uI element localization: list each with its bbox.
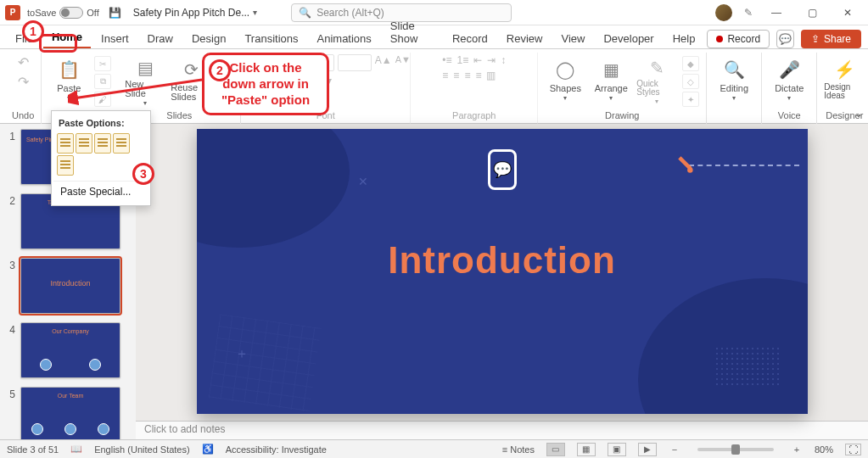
- slide-counter[interactable]: Slide 3 of 51: [7, 444, 59, 455]
- columns-icon[interactable]: ▥: [486, 70, 496, 81]
- group-drawing: ◯ Shapes ▾ ▦ Arrange ▾ ✎ Quick Styles ▾ …: [538, 53, 707, 124]
- align-right-icon[interactable]: ≡: [464, 70, 470, 81]
- quick-styles-icon: ✎: [645, 58, 669, 78]
- chevron-down-icon[interactable]: ▾: [655, 98, 658, 105]
- paste-option-keep-text-only[interactable]: [113, 133, 130, 154]
- slide-thumbnail-3[interactable]: Introduction: [20, 258, 120, 314]
- align-center-icon[interactable]: ≡: [453, 70, 459, 81]
- zoom-in-button[interactable]: +: [791, 444, 803, 455]
- toggle-icon[interactable]: [59, 7, 83, 19]
- document-title[interactable]: Safety Pin App Pitch De...: [133, 7, 249, 19]
- search-placeholder: Search (Alt+Q): [316, 7, 384, 19]
- user-avatar[interactable]: [715, 4, 732, 21]
- thumb-number: 4: [7, 322, 15, 336]
- notes-toggle[interactable]: ≡ Notes: [502, 444, 535, 455]
- language-label[interactable]: English (United States): [94, 444, 190, 455]
- editing-button[interactable]: 🔍 Editing ▾: [714, 54, 754, 105]
- comments-button[interactable]: 💬: [776, 30, 794, 48]
- tab-help[interactable]: Help: [664, 29, 704, 48]
- save-icon[interactable]: 💾: [108, 5, 123, 20]
- sorter-view-button[interactable]: ▦: [577, 443, 596, 456]
- quick-styles-button[interactable]: ✎ Quick Styles ▾: [636, 54, 677, 105]
- tab-review[interactable]: Review: [498, 29, 552, 48]
- collapse-ribbon-icon[interactable]: ⌄: [854, 108, 863, 120]
- shape-effects-icon[interactable]: ✦: [682, 92, 699, 107]
- zoom-percent[interactable]: 80%: [815, 444, 833, 455]
- tab-animations[interactable]: Animations: [309, 29, 380, 48]
- group-voice: 🎤 Dictate ▾ Voice: [762, 53, 817, 124]
- cut-icon[interactable]: ✂: [94, 56, 111, 71]
- normal-view-button[interactable]: ▭: [546, 443, 565, 456]
- slide-thumbnail-4[interactable]: Our Company: [20, 322, 120, 378]
- group-label-editing: [733, 110, 736, 124]
- chevron-down-icon[interactable]: ▾: [732, 95, 736, 102]
- paste-option-keep-source-formatting[interactable]: [76, 133, 92, 154]
- undo-icon[interactable]: ↶: [18, 54, 29, 70]
- shape-fill-icon[interactable]: ◆: [682, 56, 699, 71]
- design-ideas-button[interactable]: ⚡ Design Ideas: [824, 54, 865, 105]
- share-button[interactable]: ⇪Share: [801, 30, 861, 48]
- spellcheck-icon[interactable]: 📖: [70, 444, 82, 455]
- shape-outline-icon[interactable]: ◇: [682, 74, 699, 89]
- thumb-number: 2: [7, 193, 15, 207]
- close-button[interactable]: ✕: [836, 3, 860, 23]
- tab-developer[interactable]: Developer: [595, 29, 662, 48]
- align-left-icon[interactable]: ≡: [442, 70, 448, 81]
- numbering-icon[interactable]: 1≡: [457, 54, 469, 66]
- chevron-down-icon[interactable]: ▾: [253, 8, 257, 17]
- notes-pane[interactable]: Click to add notes: [136, 421, 868, 439]
- maximize-button[interactable]: ▢: [800, 3, 824, 23]
- pen-icon[interactable]: ✎: [744, 7, 753, 19]
- chevron-down-icon[interactable]: ▾: [787, 95, 791, 102]
- annotation-highlight-home-tab: [39, 34, 77, 53]
- annotation-step-3: 3: [132, 163, 154, 185]
- status-bar: Slide 3 of 51 📖 English (United States) …: [0, 439, 868, 458]
- line-spacing-icon[interactable]: ↕: [501, 54, 506, 66]
- annotation-step-1: 1: [22, 20, 44, 42]
- tab-slideshow[interactable]: Slide Show: [382, 16, 442, 48]
- increase-font-icon[interactable]: A▲: [375, 54, 392, 71]
- arrange-label: Arrange: [595, 83, 628, 93]
- indent-left-icon[interactable]: ⇤: [473, 54, 482, 66]
- slide-thumbnail-5[interactable]: Our Team: [20, 387, 120, 439]
- tab-record[interactable]: Record: [444, 29, 496, 48]
- tab-insert[interactable]: Insert: [92, 29, 137, 48]
- slide-canvas[interactable]: 💬 ✕ ＋ Introduction: [197, 129, 808, 414]
- tab-design[interactable]: Design: [183, 29, 234, 48]
- chevron-down-icon[interactable]: ▾: [609, 95, 613, 102]
- annotation-step-2: 2: [209, 59, 231, 81]
- autosave-toggle[interactable]: toSave Off: [27, 7, 99, 19]
- zoom-slider[interactable]: [697, 448, 774, 451]
- tab-transitions[interactable]: Transitions: [236, 29, 306, 48]
- accessibility-icon[interactable]: ♿: [202, 444, 214, 455]
- redo-icon[interactable]: ↷: [18, 74, 29, 90]
- accessibility-label[interactable]: Accessibility: Investigate: [226, 444, 327, 455]
- tab-view[interactable]: View: [552, 29, 593, 48]
- bullets-icon[interactable]: •≡: [442, 54, 451, 66]
- slide-heading[interactable]: Introduction: [197, 239, 808, 282]
- group-label-undo: Undo: [12, 110, 34, 124]
- record-button[interactable]: Record: [707, 30, 770, 48]
- chevron-down-icon[interactable]: ▾: [563, 95, 567, 102]
- quick-styles-label: Quick Styles: [636, 80, 677, 97]
- paste-option-picture[interactable]: [94, 133, 111, 154]
- indent-right-icon[interactable]: ⇥: [487, 54, 496, 66]
- dictate-button[interactable]: 🎤 Dictate ▾: [769, 54, 809, 105]
- slider-thumb[interactable]: [731, 444, 740, 455]
- zoom-out-button[interactable]: −: [669, 444, 680, 455]
- slide-canvas-area[interactable]: 💬 ✕ ＋ Introduction: [136, 124, 868, 421]
- minimize-button[interactable]: ―: [764, 3, 788, 23]
- tab-draw[interactable]: Draw: [139, 29, 182, 48]
- arrange-button[interactable]: ▦ Arrange ▾: [591, 54, 631, 105]
- decorative-dots: [714, 346, 782, 388]
- reading-view-button[interactable]: ▣: [608, 443, 626, 456]
- paste-option-embed[interactable]: [57, 155, 74, 176]
- paste-option-use-destination-theme[interactable]: [57, 133, 74, 154]
- paste-options-menu: Paste Options: Paste Special...: [51, 110, 151, 206]
- shapes-button[interactable]: ◯ Shapes ▾: [545, 54, 585, 105]
- fit-to-window-button[interactable]: ⛶: [845, 444, 861, 455]
- justify-icon[interactable]: ≡: [475, 70, 481, 81]
- slideshow-view-button[interactable]: ▶: [638, 443, 657, 456]
- decrease-font-icon[interactable]: A▼: [395, 54, 411, 71]
- autosave-label: toSave: [27, 8, 56, 18]
